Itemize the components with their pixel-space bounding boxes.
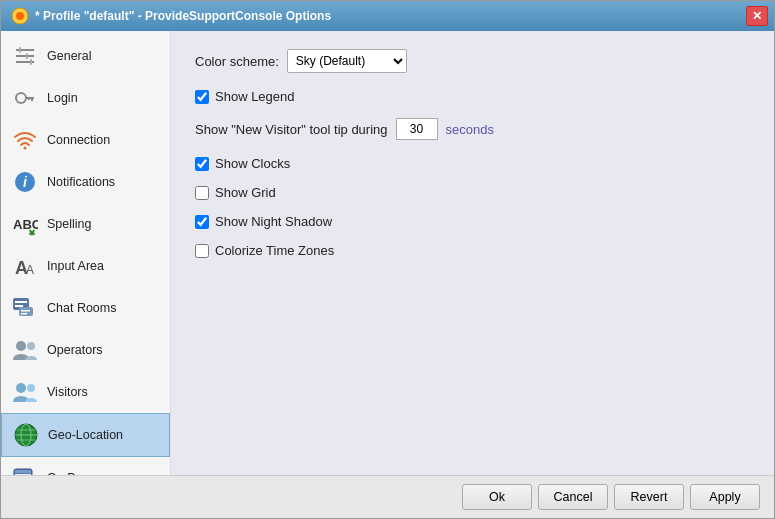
sidebar-item-label-general: General — [47, 49, 91, 63]
cancel-button[interactable]: Cancel — [538, 484, 608, 510]
sidebar-item-connection[interactable]: Connection — [1, 119, 170, 161]
sidebar-item-label-input-area: Input Area — [47, 259, 104, 273]
svg-point-28 — [27, 384, 35, 392]
show-night-shadow-label: Show Night Shadow — [215, 214, 332, 229]
show-night-shadow-row: Show Night Shadow — [195, 214, 750, 229]
sidebar-item-label-visitors: Visitors — [47, 385, 88, 399]
close-button[interactable]: ✕ — [746, 6, 768, 26]
svg-point-12 — [24, 147, 27, 150]
show-clocks-row: Show Clocks — [195, 156, 750, 171]
bottom-bar: Ok Cancel Revert Apply — [1, 475, 774, 518]
chat-rooms-icon — [11, 294, 39, 322]
svg-text:A: A — [26, 263, 34, 277]
ok-button[interactable]: Ok — [462, 484, 532, 510]
sidebar-item-visitors[interactable]: Visitors — [1, 371, 170, 413]
sidebar-item-label-geo-location: Geo-Location — [48, 428, 123, 442]
svg-rect-21 — [15, 305, 23, 307]
text-size-icon: A A — [11, 252, 39, 280]
svg-rect-35 — [15, 470, 31, 473]
svg-point-25 — [16, 341, 26, 351]
svg-rect-24 — [21, 313, 27, 315]
sidebar-item-label-connection: Connection — [47, 133, 110, 147]
show-legend-label: Show Legend — [215, 89, 295, 104]
window-title: * Profile "default" - ProvideSupportCons… — [35, 9, 331, 23]
sidebar-item-label-chat-rooms: Chat Rooms — [47, 301, 116, 315]
show-grid-checkbox[interactable] — [195, 186, 209, 200]
geo-icon — [12, 421, 40, 449]
new-visitor-seconds-input[interactable] — [396, 118, 438, 140]
new-visitor-label: Show "New Visitor" tool tip during — [195, 122, 388, 137]
sidebar-item-notifications[interactable]: i Notifications — [1, 161, 170, 203]
wifi-icon — [11, 126, 39, 154]
sidebar: General Login — [1, 31, 171, 475]
title-bar: * Profile "default" - ProvideSupportCons… — [1, 1, 774, 31]
info-icon: i — [11, 168, 39, 196]
sidebar-item-co-browser[interactable]: Co-Browser — [1, 457, 170, 475]
seconds-label: seconds — [446, 122, 494, 137]
svg-text:ABC: ABC — [13, 217, 38, 232]
svg-rect-23 — [21, 310, 30, 312]
revert-button[interactable]: Revert — [614, 484, 684, 510]
sidebar-item-label-login: Login — [47, 91, 78, 105]
operators-icon — [11, 336, 39, 364]
svg-rect-2 — [16, 49, 34, 51]
app-icon — [11, 7, 29, 25]
color-scheme-select[interactable]: Sky (Default) — [287, 49, 407, 73]
sidebar-item-input-area[interactable]: A A Input Area — [1, 245, 170, 287]
show-legend-checkbox[interactable] — [195, 90, 209, 104]
title-bar-left: * Profile "default" - ProvideSupportCons… — [11, 7, 331, 25]
show-night-shadow-checkbox[interactable] — [195, 215, 209, 229]
svg-rect-6 — [26, 53, 28, 59]
sidebar-item-geo-location[interactable]: Geo-Location — [1, 413, 170, 457]
sidebar-item-label-spelling: Spelling — [47, 217, 91, 231]
sidebar-item-label-operators: Operators — [47, 343, 103, 357]
colorize-time-zones-label: Colorize Time Zones — [215, 243, 334, 258]
show-legend-row: Show Legend — [195, 89, 750, 104]
sidebar-item-chat-rooms[interactable]: Chat Rooms — [1, 287, 170, 329]
sidebar-item-spelling[interactable]: ABC Spelling — [1, 203, 170, 245]
colorize-time-zones-checkbox[interactable] — [195, 244, 209, 258]
color-scheme-row: Color scheme: Sky (Default) — [195, 49, 750, 73]
color-scheme-label: Color scheme: — [195, 54, 279, 69]
sliders-icon — [11, 42, 39, 70]
show-clocks-label: Show Clocks — [215, 156, 290, 171]
new-visitor-row: Show "New Visitor" tool tip during secon… — [195, 118, 750, 140]
sidebar-item-label-notifications: Notifications — [47, 175, 115, 189]
sidebar-item-login[interactable]: Login — [1, 77, 170, 119]
main-window: * Profile "default" - ProvideSupportCons… — [0, 0, 775, 519]
sidebar-item-general[interactable]: General — [1, 35, 170, 77]
svg-rect-5 — [19, 47, 21, 53]
show-grid-row: Show Grid — [195, 185, 750, 200]
show-grid-label: Show Grid — [215, 185, 276, 200]
svg-point-27 — [16, 383, 26, 393]
key-icon — [11, 84, 39, 112]
abc-icon: ABC — [11, 210, 39, 238]
svg-rect-7 — [30, 59, 32, 65]
show-clocks-checkbox[interactable] — [195, 157, 209, 171]
content-area: General Login — [1, 31, 774, 475]
cobrowser-icon — [11, 464, 39, 475]
svg-point-1 — [16, 12, 24, 20]
svg-point-8 — [16, 93, 26, 103]
svg-point-26 — [27, 342, 35, 350]
svg-rect-3 — [16, 55, 34, 57]
apply-button[interactable]: Apply — [690, 484, 760, 510]
sidebar-item-operators[interactable]: Operators — [1, 329, 170, 371]
colorize-time-zones-row: Colorize Time Zones — [195, 243, 750, 258]
visitors-icon — [11, 378, 39, 406]
main-panel: Color scheme: Sky (Default) Show Legend … — [171, 31, 774, 475]
svg-rect-20 — [15, 301, 27, 303]
